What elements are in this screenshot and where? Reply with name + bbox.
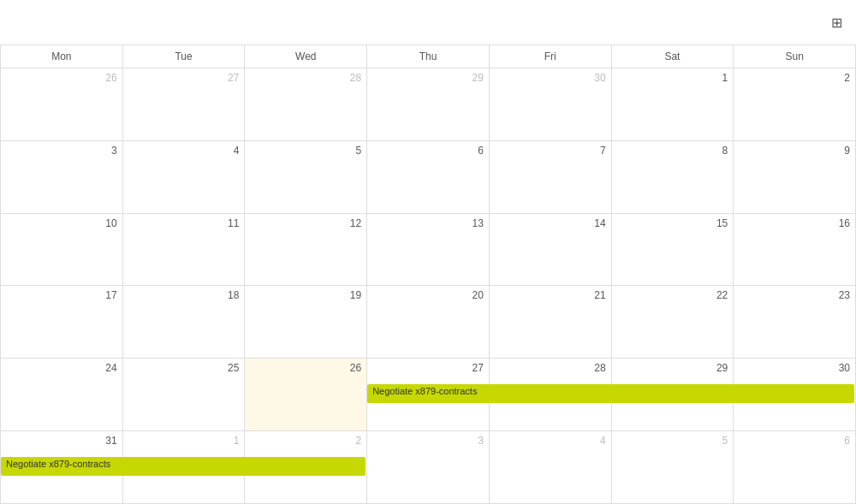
day-cell[interactable]: 26 (245, 359, 367, 430)
day-number: 4 (495, 435, 606, 447)
day-cell[interactable]: 23 (734, 286, 856, 358)
header-controls: ⊞ (823, 15, 842, 31)
prev-month-button[interactable] (404, 19, 418, 26)
day-cell[interactable]: 28 (245, 68, 367, 140)
day-cell[interactable]: 22 (612, 286, 734, 358)
day-cell[interactable]: 2 (734, 68, 856, 140)
day-number: 9 (739, 145, 850, 157)
day-cell[interactable]: 13 (367, 214, 490, 286)
day-cell[interactable]: 9 (734, 141, 856, 213)
day-number: 31 (6, 435, 117, 447)
day-number: 13 (372, 217, 484, 229)
day-number: 29 (617, 362, 728, 374)
day-number: 30 (739, 362, 850, 374)
weeks-container: 2627282930123456789101112131415161718192… (1, 68, 856, 504)
day-number: 14 (495, 217, 606, 229)
day-header-thu: Thu (367, 45, 490, 68)
day-number: 2 (250, 435, 361, 447)
day-number: 28 (495, 362, 606, 374)
day-number: 6 (739, 435, 850, 447)
day-header-tue: Tue (123, 45, 246, 68)
day-cell[interactable]: 17 (1, 286, 123, 358)
day-number: 5 (617, 435, 728, 447)
day-cell[interactable]: 4 (490, 431, 612, 503)
day-cell[interactable]: 7 (490, 141, 612, 213)
calendar: ⊞ MonTueWedThuFriSatSun 2627282930123456… (0, 0, 856, 504)
event-bar[interactable]: Negotiate x879-contracts (1, 457, 366, 476)
view-toggle-icon: ⊞ (831, 15, 842, 30)
day-number: 18 (128, 289, 240, 301)
day-number: 11 (128, 217, 240, 229)
week-row-2: 3456789 (1, 141, 856, 214)
calendar-header: ⊞ (0, 0, 856, 44)
day-number: 1 (128, 435, 240, 447)
day-cell[interactable]: 6 (367, 141, 490, 213)
day-cell[interactable]: 11 (123, 214, 246, 286)
week-row-3: 10111213141516 (1, 214, 856, 287)
day-cell[interactable]: 29 (367, 68, 490, 140)
day-number: 5 (250, 145, 361, 157)
day-header-fri: Fri (490, 45, 612, 68)
week-row-1: 262728293012 (1, 68, 856, 141)
day-number: 12 (250, 217, 361, 229)
day-cell[interactable]: 24 (1, 359, 123, 430)
day-cell[interactable]: 4 (123, 141, 246, 213)
day-number: 23 (739, 289, 850, 301)
day-cell[interactable]: 26 (1, 68, 123, 140)
day-cell[interactable]: 20 (367, 286, 490, 358)
calendar-grid: MonTueWedThuFriSatSun 262728293012345678… (0, 44, 856, 504)
day-cell[interactable]: 3 (1, 141, 123, 213)
view-toggle-button[interactable]: ⊞ (831, 15, 842, 31)
day-number: 3 (6, 145, 117, 157)
day-number: 21 (495, 289, 606, 301)
day-number: 28 (250, 72, 361, 84)
day-cell[interactable]: 5 (245, 141, 367, 213)
day-cell[interactable]: 12 (245, 214, 367, 286)
day-number: 24 (6, 362, 117, 374)
day-headers: MonTueWedThuFriSatSun (1, 45, 856, 68)
day-cell[interactable]: 8 (612, 141, 734, 213)
day-cell[interactable]: 25 (123, 359, 246, 430)
day-number: 3 (372, 435, 484, 447)
day-number: 4 (128, 145, 240, 157)
day-cell[interactable]: 6 (734, 431, 856, 503)
day-number: 26 (6, 72, 117, 84)
day-cell[interactable]: 10 (1, 214, 123, 286)
day-number: 27 (372, 362, 484, 374)
event-bar[interactable]: Negotiate x879-contracts (367, 384, 854, 403)
day-header-mon: Mon (1, 45, 123, 68)
day-cell[interactable]: 21 (490, 286, 612, 358)
day-cell[interactable]: 5 (612, 431, 734, 503)
day-number: 25 (128, 362, 240, 374)
day-cell[interactable]: 16 (734, 214, 856, 286)
day-number: 16 (739, 217, 850, 229)
day-header-sat: Sat (612, 45, 734, 68)
day-number: 2 (739, 72, 850, 84)
day-number: 10 (6, 217, 117, 229)
day-header-sun: Sun (734, 45, 856, 68)
next-month-button[interactable] (438, 19, 452, 26)
day-number: 7 (495, 145, 606, 157)
day-cell[interactable]: 19 (245, 286, 367, 358)
day-number: 30 (495, 72, 606, 84)
day-header-wed: Wed (245, 45, 367, 68)
day-cell[interactable]: 18 (123, 286, 246, 358)
day-number: 6 (372, 145, 484, 157)
day-cell[interactable]: 14 (490, 214, 612, 286)
day-cell[interactable]: 27 (123, 68, 246, 140)
day-number: 20 (372, 289, 484, 301)
day-number: 17 (6, 289, 117, 301)
day-cell[interactable]: 15 (612, 214, 734, 286)
week-row-5: 24252627282930Negotiate x879-contracts (1, 359, 856, 431)
day-number: 8 (617, 145, 728, 157)
day-cell[interactable]: 30 (490, 68, 612, 140)
day-number: 29 (372, 72, 484, 84)
day-number: 19 (250, 289, 361, 301)
day-number: 27 (128, 72, 240, 84)
day-number: 22 (617, 289, 728, 301)
day-number: 1 (617, 72, 728, 84)
day-cell[interactable]: 1 (612, 68, 734, 140)
day-number: 26 (250, 362, 361, 374)
day-cell[interactable]: 3 (367, 431, 490, 503)
week-row-6: 31123456Negotiate x879-contracts (1, 431, 856, 504)
